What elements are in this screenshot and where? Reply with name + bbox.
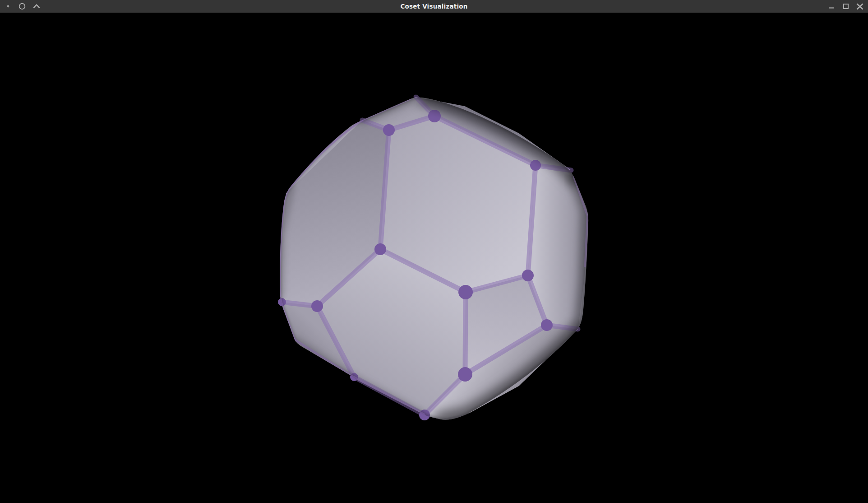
vertex-I (541, 319, 553, 331)
vertex-F (522, 270, 534, 281)
coset-polyhedron[interactable] (0, 0, 868, 503)
vertex-D (374, 243, 386, 255)
app-window: Coset Visualization (0, 0, 868, 503)
vertex-C (530, 160, 541, 171)
maximize-button[interactable] (840, 0, 852, 13)
edge-E-J (465, 292, 466, 374)
window-title: Coset Visualization (0, 0, 868, 13)
close-button[interactable] (854, 0, 866, 13)
minimize-button[interactable] (826, 0, 837, 13)
vertex-J (458, 367, 472, 382)
titlebar[interactable]: Coset Visualization (0, 0, 868, 13)
vertex-G (311, 300, 323, 312)
vertex-E (458, 285, 473, 299)
render-viewport[interactable] (0, 0, 868, 503)
vertex-A (383, 124, 395, 136)
vertex-B (428, 110, 441, 122)
